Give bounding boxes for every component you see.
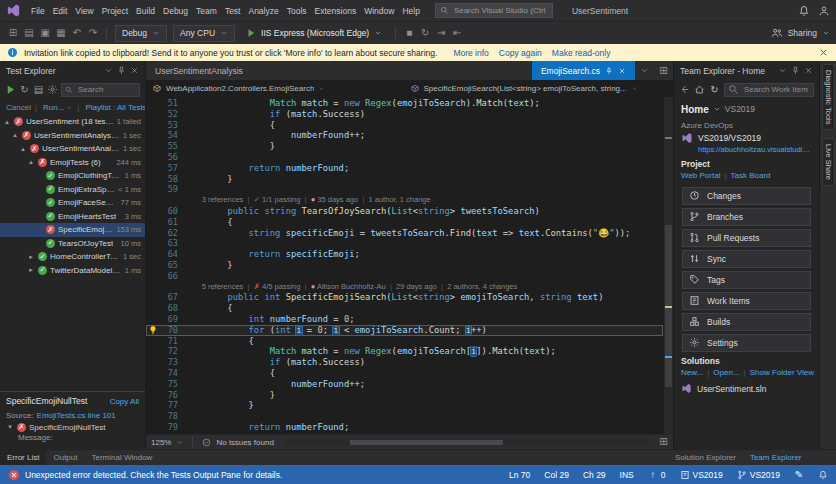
test-tree-item-emojitests-6[interactable]: ▴✗EmojiTests (6)244 ms xyxy=(0,156,145,170)
chevron-down-icon[interactable] xyxy=(104,66,113,75)
infobar-link-copy-again[interactable]: Copy again xyxy=(499,48,542,58)
chevron-down-icon[interactable] xyxy=(176,439,183,446)
chevron-icon[interactable]: ▴ xyxy=(27,158,35,166)
restart-icon[interactable]: ↻ xyxy=(418,27,432,39)
breadcrumb-type-dropdown[interactable]: WebApplication2.Controllers.EmojiSearch xyxy=(152,84,410,94)
refresh-icon[interactable]: ↻ xyxy=(19,84,30,95)
solutions-link-show-folder-view[interactable]: Show Folder View xyxy=(740,368,814,377)
run-all-tests-icon[interactable] xyxy=(5,84,16,95)
code-line[interactable]: 67 public int SpecificEmojiSearch(List<s… xyxy=(146,292,663,303)
platform-dropdown[interactable]: Any CPU xyxy=(173,25,235,42)
source-link[interactable]: EmojiTests.cs line 101 xyxy=(37,411,116,420)
azure-account[interactable]: VS2019/VS2019 xyxy=(674,130,819,144)
float-window-icon[interactable]: ⊞ xyxy=(659,66,668,75)
start-debugging-button[interactable]: IIS Express (Microsoft Edge) xyxy=(239,24,389,42)
step-over-icon[interactable]: ⇤ xyxy=(450,27,464,39)
account-icon[interactable] xyxy=(818,5,830,17)
global-search-input[interactable] xyxy=(452,5,548,16)
infobar-link-more-info[interactable]: More info xyxy=(453,48,488,58)
menu-team[interactable]: Team xyxy=(192,4,221,18)
team-button-work-items[interactable]: Work Items xyxy=(682,292,811,310)
test-tree-item-usersentiment-18-tests[interactable]: ▴✗UserSentiment (18 tests)1 failed xyxy=(0,115,145,129)
code-line[interactable]: 79 return numberFound; xyxy=(146,422,663,433)
chevron-icon[interactable]: ▸ xyxy=(27,266,35,274)
test-search[interactable] xyxy=(61,83,140,97)
code-line[interactable]: 57 return numberFound; xyxy=(146,163,663,174)
menu-help[interactable]: Help xyxy=(398,4,423,18)
close-icon[interactable] xyxy=(618,67,626,75)
close-icon[interactable] xyxy=(130,66,139,75)
code-line[interactable]: 75 numberFound++; xyxy=(146,379,663,390)
side-tab-live-share[interactable]: Live Share xyxy=(822,138,835,186)
code-line[interactable]: 58 } xyxy=(146,174,663,185)
code-line[interactable]: 68 { xyxy=(146,303,663,314)
quick-actions-bulb[interactable] xyxy=(146,325,159,335)
refresh-icon[interactable]: ↻ xyxy=(709,84,720,95)
test-command-playlist-all-tests[interactable]: Playlist : All Tests xyxy=(73,103,146,112)
code-line[interactable]: 78 xyxy=(146,411,663,422)
test-tree-item-emojiclothingtest[interactable]: ✓EmojiClothingTest1 ms xyxy=(0,169,145,183)
panel-tab-team-explorer[interactable]: Team Explorer xyxy=(743,450,809,465)
code-line[interactable]: 56 xyxy=(146,152,663,163)
team-button-settings[interactable]: Settings xyxy=(682,334,811,352)
code-line[interactable]: 51 Match match = new Regex(emojiToSearch… xyxy=(146,98,663,109)
chevron-icon[interactable]: ▾ xyxy=(6,423,14,431)
group-by-icon[interactable]: ▤ xyxy=(33,84,44,95)
document-health-icon[interactable] xyxy=(202,438,211,447)
work-items-search[interactable] xyxy=(724,83,814,97)
code-line[interactable]: 53 { xyxy=(146,120,663,131)
tab-usersentimentanalysis[interactable]: UserSentimentAnalysis xyxy=(146,61,252,80)
close-icon[interactable] xyxy=(818,47,829,58)
infobar-link-make-read-only[interactable]: Make read-only xyxy=(552,48,611,58)
new-project-icon[interactable]: ⊞ xyxy=(6,27,20,39)
notifications[interactable] xyxy=(818,470,828,480)
code-line[interactable]: 52 if (match.Success) xyxy=(146,109,663,120)
menu-file[interactable]: File xyxy=(27,4,49,18)
save-all-icon[interactable]: ▦ xyxy=(54,27,68,39)
chevron-down-icon[interactable] xyxy=(778,66,787,75)
menu-tools[interactable]: Tools xyxy=(283,4,311,18)
menu-edit[interactable]: Edit xyxy=(49,4,72,18)
menu-project[interactable]: Project xyxy=(98,4,132,18)
panel-tab-solution-explorer[interactable]: Solution Explorer xyxy=(668,450,743,465)
team-explorer-page-header[interactable]: Home VS2019 xyxy=(674,99,819,119)
test-tree-item-emojifacesearchtest[interactable]: ✓EmojiFaceSearchTest77 ms xyxy=(0,196,145,210)
test-command-cancel[interactable]: Cancel xyxy=(6,103,31,112)
scrollbar-thumb[interactable] xyxy=(350,440,503,445)
panel-tab-terminal-window[interactable]: Terminal Window xyxy=(84,450,159,465)
pending-edits[interactable]: ✎ xyxy=(794,470,804,480)
menu-view[interactable]: View xyxy=(71,4,97,18)
menu-extensions[interactable]: Extensions xyxy=(311,4,361,18)
home-icon[interactable] xyxy=(694,84,705,95)
test-tree-item-usersentimentanalysis-18[interactable]: ▴✗UserSentimentAnalysis... (18)1 sec xyxy=(0,129,145,143)
redo-icon[interactable]: ↷ xyxy=(86,27,100,39)
test-tree-item-twitterdatamodel-6[interactable]: ▸✓TwitterDataModel... (6)1 ms xyxy=(0,264,145,278)
team-button-branches[interactable]: Branches xyxy=(682,208,811,226)
panel-tab-error-list[interactable]: Error List xyxy=(0,450,46,465)
codelens-row[interactable]: 3 references | ✓ 1/1 passing | ● 35 days… xyxy=(146,195,663,206)
menu-window[interactable]: Window xyxy=(360,4,398,18)
live-share-button[interactable]: Sharing xyxy=(771,27,830,39)
back-icon[interactable] xyxy=(679,84,690,95)
chevron-icon[interactable]: ▸ xyxy=(27,253,35,261)
code-line[interactable]: 55 } xyxy=(146,141,663,152)
code-line[interactable]: 64 return specificEmoji; xyxy=(146,249,663,260)
branch-indicator[interactable]: VS2019 xyxy=(737,470,780,480)
chevron-icon[interactable]: ▴ xyxy=(19,145,27,153)
notifications-icon[interactable] xyxy=(798,5,810,17)
pin-icon[interactable] xyxy=(117,66,126,75)
side-tab-diagnostic-tools[interactable]: Diagnostic Tools xyxy=(822,64,835,130)
test-tree-item-emojiheartstest[interactable]: ✓EmojiHeartsTest3 ms xyxy=(0,210,145,224)
chevron-icon[interactable]: ▴ xyxy=(3,118,11,126)
chevron-icon[interactable]: ▴ xyxy=(11,131,19,139)
step-into-icon[interactable]: ⇥ xyxy=(434,27,448,39)
copy-all-link[interactable]: Copy All xyxy=(110,397,139,406)
stop-icon[interactable]: ■ xyxy=(402,27,416,39)
test-tree-item-homecontrollerte-6[interactable]: ▸✓HomeControllerTe... (6)1 sec xyxy=(0,250,145,264)
code-line[interactable]: 76 } xyxy=(146,390,663,401)
team-button-pull-requests[interactable]: Pull Requests xyxy=(682,229,811,247)
horizontal-scrollbar[interactable] xyxy=(285,439,648,446)
test-command-run[interactable]: Run... xyxy=(31,103,73,112)
work-items-search-input[interactable] xyxy=(742,84,810,95)
breadcrumb-member-dropdown[interactable]: SpecificEmojiSearch(List<string> emojiTo… xyxy=(410,84,668,94)
